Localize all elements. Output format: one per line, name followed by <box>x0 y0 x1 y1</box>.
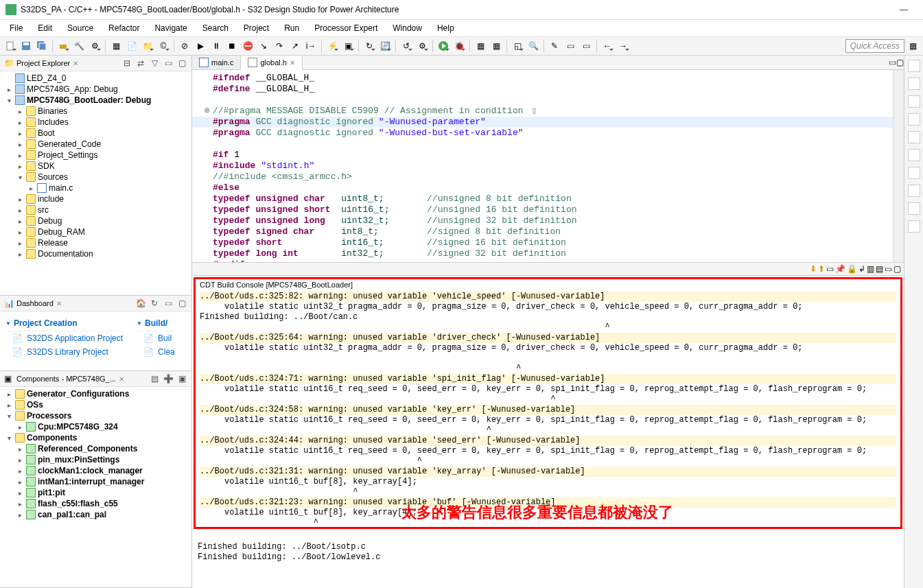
view-menu-icon[interactable]: ▽ <box>149 58 160 69</box>
save-button[interactable] <box>19 38 34 54</box>
debug-button[interactable]: 🐞 <box>452 38 467 54</box>
build-button[interactable] <box>56 38 71 54</box>
save-all-button[interactable] <box>34 38 49 54</box>
project-tree-item[interactable]: ▸Binaries <box>0 106 191 117</box>
component-tree-item[interactable]: ▾Components <box>0 432 191 443</box>
build-all-button[interactable]: 🔨 <box>71 38 86 54</box>
twisty-icon[interactable]: ▸ <box>16 108 24 115</box>
twisty-icon[interactable]: ▸ <box>16 456 24 464</box>
prev-annotation-icon[interactable]: ▭ <box>579 38 594 54</box>
dashboard-link[interactable]: 📄Buil <box>137 331 175 345</box>
quick-access-input[interactable]: Quick Access <box>845 39 904 53</box>
skip-breakpoints-icon[interactable]: ⊘ <box>177 38 192 54</box>
perspective-cpp-icon[interactable]: ▦ <box>905 38 920 54</box>
task-view-icon[interactable] <box>908 78 920 90</box>
project-tree-item[interactable]: ▾Sources <box>0 172 191 183</box>
maximize-icon[interactable]: ▢ <box>176 58 187 69</box>
resume-icon[interactable]: ▶ <box>193 38 208 54</box>
console-icon[interactable]: ▦ <box>108 38 124 54</box>
terminate-icon[interactable]: ⏹ <box>224 38 239 54</box>
twisty-icon[interactable]: ▸ <box>16 250 24 258</box>
dashboard-group-title[interactable]: ▼ Build/ <box>137 316 175 331</box>
console-output[interactable]: ../Boot/uds.c:325:82: warning: unused va… <box>196 290 900 527</box>
twisty-icon[interactable]: ▸ <box>16 478 24 486</box>
console-display-icon[interactable]: ▥ <box>867 264 874 274</box>
restart-icon[interactable]: ↻ <box>362 38 377 54</box>
dashboard-link[interactable]: 📄S32DS Library Project <box>5 345 123 359</box>
project-tree-item[interactable]: ▸Release <box>0 237 191 248</box>
minimize-icon[interactable]: ▭ <box>163 58 174 69</box>
project-tree-item[interactable]: ▸src <box>0 204 191 215</box>
toggle-mark-icon[interactable]: ✎ <box>547 38 562 54</box>
twisty-icon[interactable]: ▸ <box>27 185 35 192</box>
menu-project[interactable]: Project <box>237 21 276 35</box>
component-tree-item[interactable]: ▸pit1:pit <box>0 487 191 498</box>
minimize-icon[interactable]: ▭ <box>163 298 174 309</box>
mem-view-icon[interactable] <box>908 185 920 197</box>
new-button[interactable] <box>3 38 18 54</box>
menu-window[interactable]: Window <box>386 21 429 35</box>
menu-refactor[interactable]: Refactor <box>102 21 146 35</box>
disconnect-icon[interactable]: ⛔ <box>240 38 255 54</box>
step-return-icon[interactable]: ↗ <box>288 38 303 54</box>
pe-button[interactable]: ▦ <box>473 38 488 54</box>
menu-navigate[interactable]: Navigate <box>148 21 194 35</box>
menu-file[interactable]: File <box>3 21 30 35</box>
twisty-icon[interactable]: ▾ <box>5 412 13 420</box>
minimize-button[interactable]: — <box>890 3 918 16</box>
suspend-icon[interactable]: ⏸ <box>209 38 224 54</box>
view-menu-icon[interactable]: ▣ <box>176 373 187 384</box>
component-tree-item[interactable]: ▸Referenced_Components <box>0 443 191 454</box>
twisty-icon[interactable]: ▸ <box>16 196 24 203</box>
panel-minimize-icon[interactable]: ▭ <box>885 264 892 274</box>
project-tree-item[interactable]: ▸main.c <box>0 183 191 193</box>
component-tree-item[interactable]: ▸flash_c55l:flash_c55 <box>0 498 191 509</box>
dashboard-group-title[interactable]: ▼ Project Creation <box>5 316 123 331</box>
code-editor[interactable]: #ifndef __GLOBAL_H_ #define __GLOBAL_H_ … <box>192 70 893 262</box>
search-icon[interactable]: 🔍 <box>526 38 541 54</box>
twisty-icon[interactable]: ▸ <box>16 239 24 247</box>
editor-tab[interactable]: global.h✕ <box>241 56 303 70</box>
twisty-icon[interactable]: ▸ <box>16 163 24 170</box>
dashboard-refresh-icon[interactable]: ↻ <box>149 298 160 309</box>
open-type-icon[interactable]: ◱ <box>510 38 525 54</box>
project-tree-item[interactable]: ▸Project_Settings <box>0 150 191 161</box>
project-tree-item[interactable]: ▸Debug <box>0 215 191 226</box>
twisty-icon[interactable]: ▾ <box>5 434 13 442</box>
console-wrap-icon[interactable]: ↲ <box>858 264 865 274</box>
editor-minimize-icon[interactable]: ▭ <box>889 58 896 67</box>
menu-run[interactable]: Run <box>277 21 306 35</box>
component-tree-item[interactable]: ▾Processors <box>0 410 191 421</box>
new-folder-button[interactable]: 📁 <box>140 38 155 54</box>
outline-view-icon[interactable] <box>908 60 920 72</box>
component-tree-item[interactable]: ▸clockMan1:clock_manager <box>0 465 191 476</box>
filter-icon[interactable]: ▤ <box>149 373 160 384</box>
twisty-icon[interactable]: ▸ <box>16 228 24 236</box>
pe-view-icon[interactable] <box>908 220 920 233</box>
twisty-icon[interactable]: ▸ <box>16 511 24 519</box>
twisty-icon[interactable]: ▸ <box>16 467 24 475</box>
gear-icon[interactable]: ⚙ <box>414 38 430 54</box>
run-button[interactable] <box>436 38 451 54</box>
reset-icon[interactable]: ↺ <box>399 38 414 54</box>
console-arrow-up-icon[interactable]: ⬆ <box>818 264 825 274</box>
twisty-icon[interactable]: ▾ <box>5 97 13 104</box>
console-pin-icon[interactable]: 📌 <box>835 264 845 274</box>
project-tree-item[interactable]: ▾MPC5748G_BootLoader: Debug <box>0 95 191 106</box>
pe-view-button[interactable]: ▦ <box>489 38 504 54</box>
collapse-all-icon[interactable]: ⊟ <box>121 58 132 69</box>
dashboard-link[interactable]: 📄S32DS Application Project <box>5 331 123 345</box>
menu-search[interactable]: Search <box>196 21 235 35</box>
editor-scrollbar[interactable] <box>893 70 904 262</box>
fold-expand-icon[interactable]: ⊕ <box>202 106 213 117</box>
next-annotation-icon[interactable]: ▭ <box>563 38 578 54</box>
twisty-icon[interactable]: ▸ <box>16 423 24 431</box>
twisty-icon[interactable]: ▸ <box>16 500 24 508</box>
component-tree-item[interactable]: ▸intMan1:interrupt_manager <box>0 476 191 487</box>
console-open-icon[interactable]: ▤ <box>876 264 883 274</box>
back-button[interactable]: ← <box>600 38 615 54</box>
dashboard-link[interactable]: 📄Clea <box>137 345 175 359</box>
maximize-icon[interactable]: ▢ <box>176 298 187 309</box>
twisty-icon[interactable]: ▸ <box>5 401 13 409</box>
new-class-button[interactable]: © <box>156 38 171 54</box>
